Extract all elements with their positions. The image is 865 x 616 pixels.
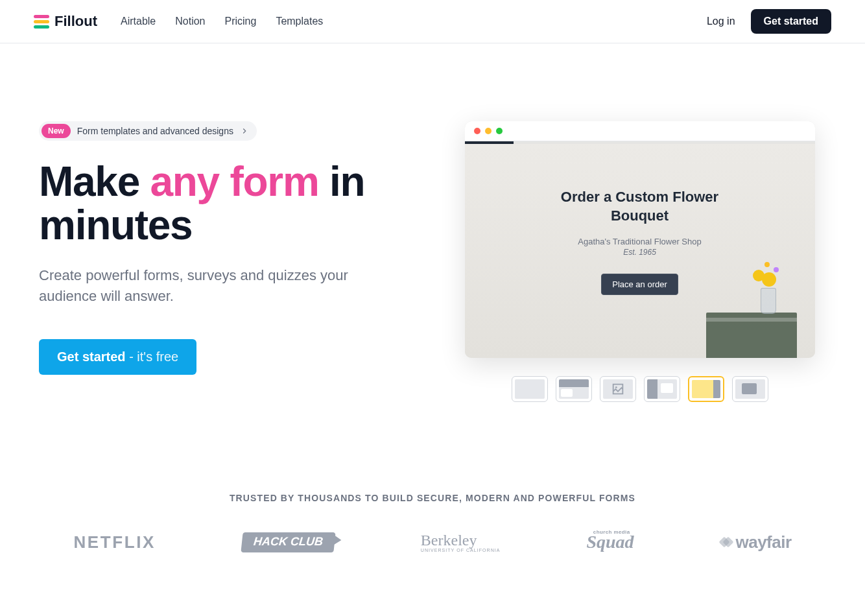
logo-berkeley: Berkeley UNIVERSITY OF CALIFORNIA bbox=[421, 532, 501, 552]
nav-left: Fillout Airtable Notion Pricing Template… bbox=[34, 13, 323, 30]
flower-illustration bbox=[692, 274, 802, 358]
announcement-text: Form templates and advanced designs bbox=[77, 126, 233, 136]
layout-thumb-5[interactable] bbox=[688, 376, 724, 402]
headline: Make any form in minutes bbox=[39, 160, 422, 247]
chevron-right-icon bbox=[240, 126, 249, 136]
announcement-pill[interactable]: New Form templates and advanced designs bbox=[39, 121, 257, 141]
trusted-section: TRUSTED BY THOUSANDS TO BUILD SECURE, MO… bbox=[0, 428, 865, 591]
wayfair-icon bbox=[720, 536, 732, 548]
nav-link-templates[interactable]: Templates bbox=[276, 16, 323, 27]
client-logos: NETFLIX HACK CLUB Berkeley UNIVERSITY OF… bbox=[43, 532, 822, 552]
logo-squad: church mediaSquad bbox=[586, 532, 634, 552]
svg-point-0 bbox=[615, 386, 617, 388]
hero-section: New Form templates and advanced designs … bbox=[0, 43, 865, 428]
cta-suffix: - it's free bbox=[126, 349, 179, 364]
image-icon bbox=[611, 382, 625, 396]
form-est: Est. 1965 bbox=[623, 248, 656, 257]
nav-right: Log in Get started bbox=[707, 9, 831, 34]
logo-icon bbox=[34, 15, 49, 29]
brand-name: Fillout bbox=[54, 13, 97, 30]
logo-wayfair: wayfair bbox=[720, 532, 792, 552]
new-badge: New bbox=[41, 124, 71, 138]
top-nav: Fillout Airtable Notion Pricing Template… bbox=[0, 0, 865, 43]
headline-accent: any form bbox=[150, 158, 318, 205]
hero-right: Order a Custom Flower Bouquet Agatha's T… bbox=[448, 121, 831, 402]
window-minimize-icon bbox=[485, 128, 492, 134]
nav-link-notion[interactable]: Notion bbox=[175, 16, 205, 27]
cta-main: Get started bbox=[57, 349, 126, 364]
trusted-headline: TRUSTED BY THOUSANDS TO BUILD SECURE, MO… bbox=[34, 493, 831, 503]
logo-netflix: NETFLIX bbox=[73, 532, 156, 552]
subheadline: Create powerful forms, surveys and quizz… bbox=[39, 265, 376, 307]
layout-thumb-2[interactable] bbox=[556, 376, 592, 402]
nav-link-pricing[interactable]: Pricing bbox=[224, 16, 256, 27]
layout-thumb-3[interactable] bbox=[600, 376, 636, 402]
window-close-icon bbox=[474, 128, 480, 134]
logo-hackclub: HACK CLUB bbox=[242, 532, 335, 552]
form-preview: Order a Custom Flower Bouquet Agatha's T… bbox=[465, 144, 815, 358]
layout-thumb-6[interactable] bbox=[732, 376, 768, 402]
login-link[interactable]: Log in bbox=[707, 16, 735, 27]
layout-thumb-4[interactable] bbox=[644, 376, 680, 402]
form-shop-name: Agatha's Traditional Flower Shop bbox=[578, 237, 701, 246]
cta-button[interactable]: Get started - it's free bbox=[39, 339, 196, 375]
brand-logo[interactable]: Fillout bbox=[34, 13, 97, 30]
headline-prefix: Make bbox=[39, 158, 150, 205]
get-started-button[interactable]: Get started bbox=[751, 9, 831, 34]
layout-thumb-1[interactable] bbox=[512, 376, 548, 402]
browser-chrome bbox=[465, 121, 815, 141]
hero-left: New Form templates and advanced designs … bbox=[39, 121, 422, 375]
nav-links: Airtable Notion Pricing Templates bbox=[121, 16, 323, 27]
browser-preview: Order a Custom Flower Bouquet Agatha's T… bbox=[465, 121, 815, 358]
form-title: Order a Custom Flower Bouquet bbox=[556, 188, 724, 225]
nav-link-airtable[interactable]: Airtable bbox=[121, 16, 156, 27]
window-maximize-icon bbox=[496, 128, 503, 134]
place-order-button[interactable]: Place an order bbox=[601, 274, 678, 295]
layout-thumbnails bbox=[512, 376, 768, 402]
